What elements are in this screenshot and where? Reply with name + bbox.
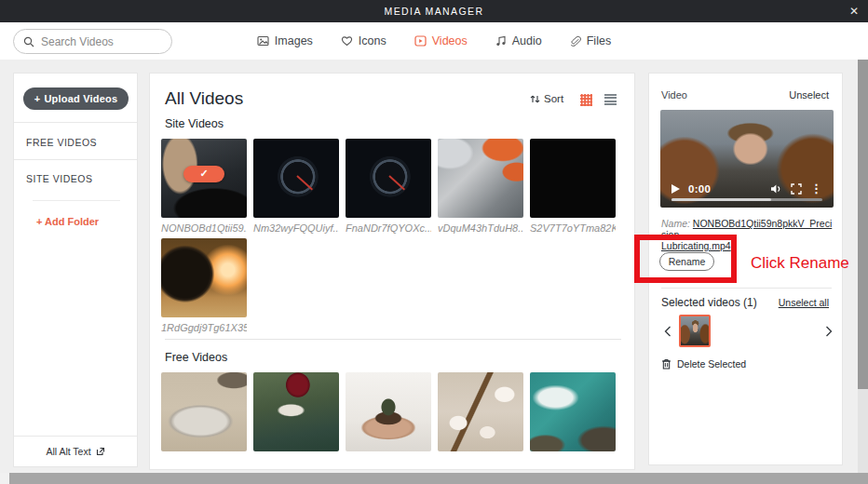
heart-icon [341, 35, 353, 47]
delete-selected-button[interactable]: Delete Selected [661, 358, 746, 370]
tab-label: Videos [432, 34, 468, 47]
video-thumbnail[interactable] [346, 372, 431, 451]
image-icon [257, 35, 269, 47]
tab-label: Images [275, 34, 313, 47]
chevron-left-icon [664, 326, 671, 337]
video-name: S2V7T7oYTma82K... [530, 222, 616, 234]
video-thumbnail[interactable] [253, 139, 339, 218]
more-options-icon[interactable]: ⋮ [810, 182, 822, 195]
video-list-panel: All Videos Sort Site Videos✓NONBOBd1Qtii… [149, 73, 635, 470]
chevron-right-icon [825, 326, 833, 337]
plus-icon: + [36, 216, 45, 227]
window-title: MEDIA MANAGER [385, 6, 484, 17]
search-input[interactable] [41, 35, 153, 48]
all-alt-text-label: All Alt Text [46, 446, 90, 457]
video-item[interactable] [161, 372, 247, 451]
video-item[interactable] [530, 372, 616, 451]
divider [33, 200, 120, 201]
video-item[interactable]: ✓NONBOBd1Qtii59... [161, 139, 247, 234]
sidebar-item-site-videos[interactable]: SITE VIDEOS [26, 173, 92, 184]
external-link-icon [96, 447, 105, 456]
player-progress-bar[interactable] [671, 198, 822, 201]
video-item[interactable]: vDquM43hTduH8... [438, 139, 523, 234]
carousel-prev-button[interactable] [660, 322, 675, 341]
video-thumbnail[interactable] [438, 372, 523, 451]
video-icon [414, 35, 427, 47]
selected-check-icon[interactable]: ✓ [183, 166, 224, 182]
music-icon [495, 35, 507, 47]
volume-icon[interactable] [770, 183, 782, 195]
divider [14, 159, 137, 160]
upload-videos-button[interactable]: + Upload Videos [23, 87, 129, 110]
section-title: Site Videos [165, 117, 635, 130]
tab-label: Audio [512, 34, 542, 47]
video-thumbnail[interactable] [438, 139, 523, 218]
annotation-highlight-box [634, 235, 737, 283]
vertical-scrollbar-thumb[interactable] [858, 60, 868, 389]
video-item[interactable]: 1RdGgdj9Tg61X35... [161, 238, 247, 333]
selected-videos-title: Selected videos (1) [661, 296, 757, 309]
player-controls: 0:00 ⋮ [660, 182, 834, 195]
sort-arrows-icon [530, 94, 540, 104]
video-sections: Site Videos✓NONBOBd1Qtii59...Nm32wyFQQUi… [150, 117, 635, 457]
video-name: NONBOBd1Qtii59... [161, 222, 247, 234]
sort-button[interactable]: Sort [530, 93, 563, 104]
player-time: 0:00 [688, 183, 711, 195]
video-item[interactable]: Nm32wyFQQUiyf... [253, 139, 339, 234]
trash-icon [661, 358, 671, 370]
divider [165, 339, 621, 340]
play-icon[interactable] [671, 184, 680, 194]
media-manager-window: MEDIA MANAGER ✕ ImagesIconsVideosAudioFi… [0, 0, 868, 484]
delete-selected-label: Delete Selected [677, 358, 746, 370]
video-name: 1RdGgdj9Tg61X35... [161, 322, 247, 333]
video-thumbnail[interactable] [346, 139, 431, 218]
name-label: Name: [661, 218, 690, 229]
list-view-icon[interactable] [604, 94, 617, 105]
search-icon [23, 36, 34, 47]
divider [14, 436, 137, 437]
window-titlebar: MEDIA MANAGER ✕ [0, 0, 868, 22]
add-folder-button[interactable]: + Add Folder [36, 216, 99, 227]
tab-videos[interactable]: Videos [414, 34, 468, 47]
video-item[interactable] [253, 372, 339, 451]
video-grid: ✓NONBOBd1Qtii59...Nm32wyFQQUiyf...FnaNDr… [150, 139, 635, 333]
video-grid [150, 372, 635, 451]
video-thumbnail[interactable] [530, 139, 616, 218]
video-thumbnail[interactable] [161, 238, 247, 317]
page-title: All Videos [165, 88, 243, 109]
add-folder-label: Add Folder [45, 216, 99, 227]
tab-icons[interactable]: Icons [341, 34, 387, 47]
search-box[interactable] [13, 29, 172, 54]
video-thumbnail[interactable] [530, 372, 616, 451]
panel-header: Video [661, 89, 687, 101]
horizontal-scrollbar-thumb[interactable] [9, 473, 868, 484]
video-player[interactable]: 0:00 ⋮ [660, 110, 834, 208]
video-thumbnail[interactable]: ✓ [161, 139, 247, 218]
tab-files[interactable]: Files [570, 34, 611, 47]
tab-audio[interactable]: Audio [495, 34, 542, 47]
video-item[interactable]: S2V7T7oYTma82K... [530, 139, 616, 234]
video-item[interactable] [346, 372, 431, 451]
unselect-link[interactable]: Unselect [789, 89, 829, 101]
tab-label: Files [587, 34, 611, 47]
sidebar: + Upload Videos FREE VIDEOS SITE VIDEOS … [13, 73, 138, 467]
annotation-text: Click Rename [751, 254, 849, 273]
video-section: Site Videos✓NONBOBd1Qtii59...Nm32wyFQQUi… [150, 117, 635, 340]
unselect-all-link[interactable]: Unselect all [779, 297, 829, 308]
carousel-next-button[interactable] [821, 322, 836, 341]
all-alt-text-link[interactable]: All Alt Text [14, 446, 137, 457]
video-thumbnail[interactable] [253, 372, 339, 451]
video-item[interactable] [438, 372, 523, 451]
close-icon[interactable]: ✕ [849, 0, 859, 22]
video-item[interactable]: FnaNDr7fQYOXc... [346, 139, 431, 234]
selected-video-thumbnail[interactable] [679, 315, 711, 347]
selected-videos-carousel [649, 315, 844, 352]
sidebar-item-free-videos[interactable]: FREE VIDEOS [26, 137, 97, 148]
video-thumbnail[interactable] [161, 372, 247, 451]
divider [14, 122, 137, 123]
grid-view-icon[interactable] [580, 94, 592, 106]
paperclip-icon [570, 35, 581, 47]
fullscreen-icon[interactable] [791, 183, 802, 195]
video-name: vDquM43hTduH8... [438, 222, 523, 234]
tab-images[interactable]: Images [257, 34, 313, 47]
